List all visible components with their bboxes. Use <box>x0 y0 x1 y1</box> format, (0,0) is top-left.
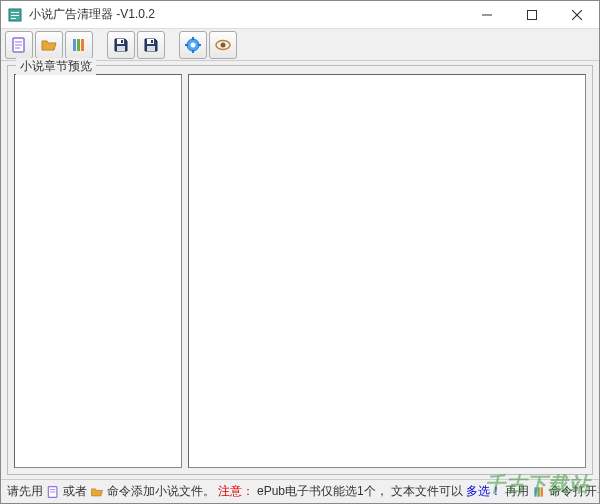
statusbar: 请先用 或者 命令添加小说文件。 注意： ePub电子书仅能选1个， 文本文件可… <box>1 479 599 503</box>
svg-point-28 <box>221 42 226 47</box>
nav-books-button[interactable] <box>65 31 93 59</box>
titlebar: 小说广告清理器 -V1.0.2 <box>1 1 599 29</box>
app-icon <box>7 7 23 23</box>
chapter-list-panel[interactable] <box>14 74 182 468</box>
folder-icon <box>90 484 104 500</box>
svg-rect-32 <box>534 487 536 496</box>
new-doc-button[interactable] <box>5 31 33 59</box>
svg-rect-17 <box>121 40 123 43</box>
status-text: 请先用 <box>7 483 43 500</box>
open-folder-button[interactable] <box>35 31 63 59</box>
svg-rect-34 <box>540 487 542 496</box>
svg-rect-2 <box>11 15 19 16</box>
svg-rect-20 <box>151 40 153 43</box>
window-title: 小说广告清理器 -V1.0.2 <box>29 6 464 23</box>
svg-rect-16 <box>117 46 125 51</box>
status-warning-label: 注意： <box>218 483 254 500</box>
content-area: 小说章节预览 <box>1 61 599 479</box>
svg-point-22 <box>191 42 196 47</box>
status-text: 再用 <box>505 483 529 500</box>
settings-button[interactable] <box>179 31 207 59</box>
status-text: 命令打开导航窗口！ <box>549 483 599 500</box>
svg-rect-12 <box>73 39 76 51</box>
books-icon <box>532 484 546 500</box>
close-button[interactable] <box>554 1 599 29</box>
status-text: 文本文件可以 <box>391 483 463 500</box>
maximize-button[interactable] <box>509 1 554 29</box>
minimize-button[interactable] <box>464 1 509 29</box>
fieldset-label: 小说章节预览 <box>16 58 96 75</box>
svg-rect-13 <box>77 39 80 51</box>
preview-button[interactable] <box>209 31 237 59</box>
svg-rect-19 <box>147 46 155 51</box>
status-text: 命令添加小说文件。 <box>107 483 215 500</box>
svg-rect-5 <box>527 10 536 19</box>
chapter-content-panel[interactable] <box>188 74 586 468</box>
status-multiselect: 多选！ <box>466 483 502 500</box>
window-controls <box>464 1 599 29</box>
chapter-preview-group: 小说章节预览 <box>7 65 593 475</box>
save-as-button[interactable] <box>137 31 165 59</box>
toolbar <box>1 29 599 61</box>
svg-rect-14 <box>81 39 84 51</box>
doc-icon <box>46 484 60 500</box>
svg-rect-3 <box>11 18 16 19</box>
save-button[interactable] <box>107 31 135 59</box>
app-window: 小说广告清理器 -V1.0.2 <box>0 0 600 504</box>
svg-rect-1 <box>11 12 19 13</box>
status-text: ePub电子书仅能选1个， <box>257 483 388 500</box>
svg-rect-33 <box>537 487 539 496</box>
status-text: 或者 <box>63 483 87 500</box>
